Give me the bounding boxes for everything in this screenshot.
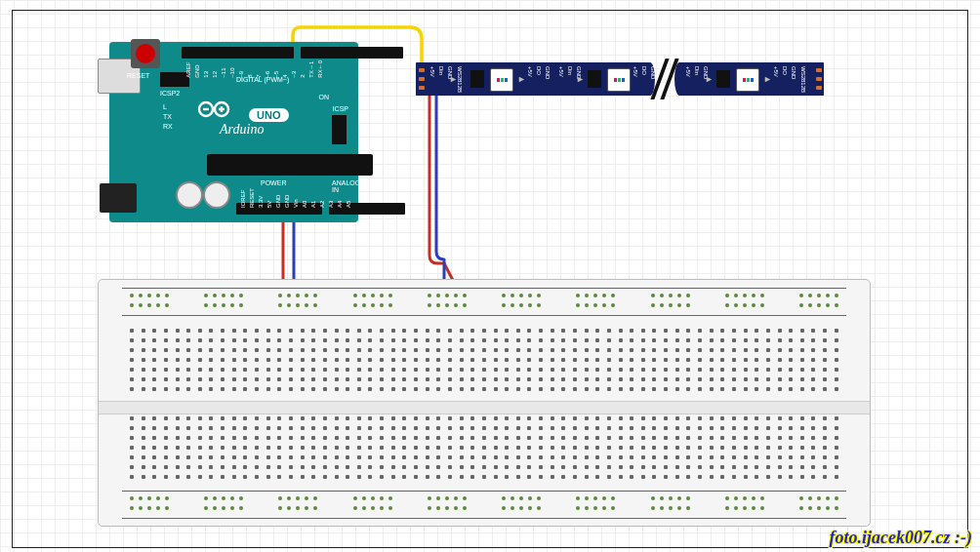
breadboard[interactable]	[98, 279, 871, 527]
reset-button[interactable]	[131, 39, 160, 68]
breadboard-ditch	[99, 401, 870, 414]
arduino-logo: UNO Arduino	[195, 99, 289, 138]
rgb-led	[607, 68, 631, 92]
led-driver-ic	[588, 70, 601, 88]
label-reset: RESET	[127, 72, 149, 79]
rail-line-neg	[122, 491, 846, 492]
uno-badge: UNO	[249, 108, 288, 122]
capacitor	[203, 181, 230, 209]
arrow-icon: ►	[517, 74, 526, 84]
strip-break-ellipsis	[656, 59, 675, 99]
rgb-led	[490, 68, 513, 92]
strip-pin-labels-mid: +5VDOGND	[773, 66, 796, 79]
arduino-uno[interactable]: UNO Arduino DIGITAL (PWM~) AREFGND1312~1…	[109, 37, 358, 227]
strip-pin-labels-mid: +5VDOGND	[633, 66, 656, 79]
label-icsp: ICSP	[333, 105, 348, 112]
arrow-icon: ►	[576, 74, 585, 84]
atmega-chip	[207, 154, 373, 176]
header-digital-low[interactable]	[301, 47, 403, 59]
label-power-hdr: POWER	[261, 179, 286, 186]
icsp-header[interactable]	[332, 115, 347, 144]
label-on: ON	[319, 94, 330, 100]
label-analog-hdr: ANALOG IN	[332, 179, 360, 193]
rgb-led	[736, 68, 759, 92]
strip-chip-label-end: WS2812B	[800, 66, 806, 93]
led-driver-ic	[470, 70, 484, 88]
rail-line-neg	[122, 288, 846, 289]
watermark: foto.ijacek007.cz :-)	[830, 528, 972, 548]
strip-pin-labels-mid: +5VDOGND	[527, 66, 551, 79]
pin-labels-top: AREFGND1312~11~10~987~6~54~32TX→1RX←0	[185, 60, 323, 78]
rail-line-pos	[122, 518, 846, 519]
header-digital-high[interactable]	[182, 47, 294, 59]
label-rx: RX	[163, 123, 173, 130]
rail-line-pos	[122, 315, 846, 316]
arrow-icon: ►	[705, 74, 714, 84]
capacitor	[176, 181, 203, 209]
label-icsp2: ICSP2	[160, 90, 180, 97]
canvas: UNO Arduino DIGITAL (PWM~) AREFGND1312~1…	[0, 0, 980, 552]
label-l: L	[163, 103, 167, 110]
power-jack	[100, 183, 137, 213]
arrow-icon: ►	[763, 74, 772, 84]
label-tx: TX	[163, 113, 172, 120]
led-driver-ic	[716, 70, 730, 88]
strip-chip-label: WS2812B	[457, 66, 463, 93]
ws2812b-led-strip[interactable]: +5VDinGND ► WS2812B ► +5VDOGND +5VDinGND…	[416, 62, 824, 96]
